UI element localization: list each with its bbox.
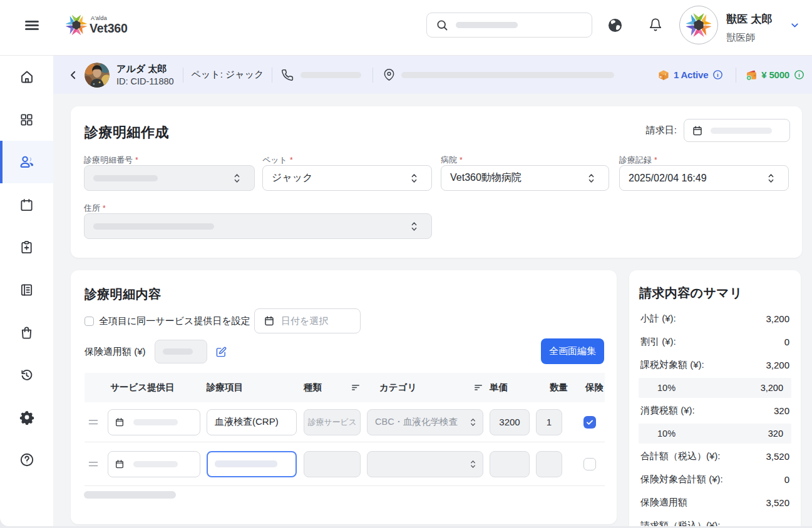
address-select[interactable] xyxy=(84,213,432,239)
brand-logo[interactable]: A'alda Vet360 xyxy=(66,14,128,36)
row1-service-date-input[interactable] xyxy=(108,409,200,435)
row2-type-input xyxy=(304,451,361,477)
required-asterisk: * xyxy=(290,156,293,165)
sidebar-item-shop[interactable] xyxy=(0,311,53,353)
calendar-icon xyxy=(115,459,125,469)
vet360-flower-icon xyxy=(66,14,87,36)
date-picker-button[interactable]: 日付を選択 xyxy=(254,308,361,333)
sidebar-item-history[interactable] xyxy=(0,353,53,396)
sidebar-item-home[interactable] xyxy=(0,56,53,98)
summary-row-value: 3,200 xyxy=(766,360,789,370)
active-packages-chip[interactable]: 1 Active xyxy=(657,69,723,81)
select-chevrons-icon xyxy=(469,417,477,427)
same-date-checkbox[interactable] xyxy=(85,317,94,326)
summary-row-label: 課税対象額 (¥): xyxy=(640,359,704,371)
row2-service-date-input[interactable] xyxy=(108,451,200,477)
table-footer-placeholder-bar xyxy=(84,491,176,499)
address-placeholder-bar xyxy=(401,72,614,78)
hospital-select[interactable]: Vet360動物病院 xyxy=(441,165,609,191)
row2-item-input-focused[interactable] xyxy=(207,451,297,477)
language-globe-icon[interactable] xyxy=(608,18,622,33)
row1-quantity-input[interactable]: 1 xyxy=(536,409,562,435)
summary-row-subtotal: 小計 (¥):3,200 xyxy=(629,307,801,330)
row2-insurance-checkbox[interactable] xyxy=(583,458,596,470)
fullscreen-edit-button[interactable]: 全画面編集 xyxy=(541,338,604,364)
sort-icon[interactable] xyxy=(351,383,361,392)
insurance-amount-label: 保険適用額 (¥) xyxy=(85,346,146,358)
select-chevrons-icon xyxy=(232,173,242,183)
billing-date-input[interactable] xyxy=(684,119,790,142)
insurance-amount-input[interactable] xyxy=(155,340,207,363)
row2-category-select[interactable] xyxy=(367,451,483,477)
packages-info-icon[interactable] xyxy=(712,69,723,80)
hospital-select-value: Vet360動物病院 xyxy=(450,171,522,185)
top-bar: A'alda Vet360 xyxy=(0,0,812,56)
calendar-icon xyxy=(264,315,275,327)
sidebar-item-dashboard[interactable] xyxy=(0,98,53,141)
user-info[interactable]: 獣医 太郎 獣医師 xyxy=(726,12,773,44)
wallet-icon xyxy=(745,69,758,81)
record-label: 診療記録* xyxy=(619,155,789,166)
billing-date-group: 請求日: xyxy=(646,119,790,142)
summary-row-total: 合計額（税込）(¥):3,520 xyxy=(629,445,801,468)
summary-row-label: 保険対象合計額 (¥): xyxy=(640,474,723,485)
sort-icon[interactable] xyxy=(474,383,483,392)
user-menu-chevron-down-icon[interactable] xyxy=(789,20,800,31)
required-asterisk: * xyxy=(654,156,657,165)
row2-date-placeholder-bar xyxy=(133,461,178,467)
summary-row-value: 3,520 xyxy=(766,451,789,462)
summary-row-taxable: 課税対象額 (¥):3,200 xyxy=(629,353,801,377)
drag-handle-icon[interactable] xyxy=(85,460,102,469)
row1-unit-price-input[interactable]: 3200 xyxy=(490,409,530,435)
search-input[interactable] xyxy=(426,13,592,38)
row1-item-input[interactable]: 血液検査(CRP) xyxy=(207,409,297,435)
brand-main-text: Vet360 xyxy=(90,23,128,35)
package-icon xyxy=(657,69,670,81)
sidebar-nav xyxy=(0,56,53,526)
invoice-no-select[interactable] xyxy=(84,165,255,191)
wallet-info-icon[interactable] xyxy=(794,69,804,80)
sidebar-item-help[interactable] xyxy=(0,439,53,481)
edit-insurance-icon[interactable] xyxy=(216,347,227,357)
wallet-balance-chip[interactable]: ¥ 5000 xyxy=(745,69,812,81)
summary-row-label: 消費税額 (¥): xyxy=(640,405,695,417)
billing-date-label: 請求日: xyxy=(646,124,677,136)
sidebar-item-medical-records[interactable] xyxy=(0,226,53,268)
user-name: 獣医 太郎 xyxy=(726,12,773,26)
summary-row-taxable-10pct: 10%3,200 xyxy=(639,378,791,398)
drag-handle-icon[interactable] xyxy=(85,418,102,427)
record-select-value: 2025/02/04 16:49 xyxy=(629,173,707,184)
summary-row-label: 小計 (¥): xyxy=(640,313,676,325)
row1-type-input: 診療サービス xyxy=(304,409,361,435)
sidebar-item-invoices[interactable] xyxy=(0,268,53,311)
col-type-label: 種類 xyxy=(304,382,322,393)
back-chevron-left-icon[interactable] xyxy=(68,69,79,81)
patient-bar: アルダ 太郎 ID: CID-11880 ペット: ジャック 1 Active xyxy=(53,56,812,94)
patient-owner-avatar[interactable] xyxy=(85,63,110,88)
pet-select[interactable]: ジャック xyxy=(262,165,432,191)
user-avatar[interactable] xyxy=(679,6,718,44)
row2-unit-price-input[interactable] xyxy=(490,451,530,477)
sidebar-item-settings[interactable] xyxy=(0,396,53,439)
select-chevrons-icon xyxy=(409,173,419,183)
sidebar-item-calendar[interactable] xyxy=(0,183,53,226)
sidebar-item-customers[interactable] xyxy=(0,141,53,183)
line-item-row-2 xyxy=(85,442,605,486)
row1-insurance-checkbox[interactable] xyxy=(583,416,596,429)
field-label-text: 住所 xyxy=(84,203,100,213)
summary-row-label: 請求額（税込）(¥): xyxy=(640,520,721,526)
menu-icon[interactable] xyxy=(25,21,39,30)
pet-label: ペット: ジャック xyxy=(192,69,264,81)
row1-category-select[interactable]: CBC・血液化学検査 xyxy=(367,409,483,435)
notifications-bell-icon[interactable] xyxy=(649,18,662,32)
select-chevrons-icon xyxy=(469,459,477,469)
row1-date-placeholder-bar xyxy=(133,419,178,425)
col-category: カテゴリ xyxy=(367,382,483,393)
row2-quantity-input[interactable] xyxy=(536,451,562,477)
summary-row-value: 0 xyxy=(784,337,789,347)
customers-icon xyxy=(19,154,35,170)
record-select[interactable]: 2025/02/04 16:49 xyxy=(619,165,789,191)
medical-record-icon xyxy=(19,240,34,255)
pet-label: ペット* xyxy=(262,155,432,166)
summary-row-tax: 消費税額 (¥):320 xyxy=(629,399,801,422)
